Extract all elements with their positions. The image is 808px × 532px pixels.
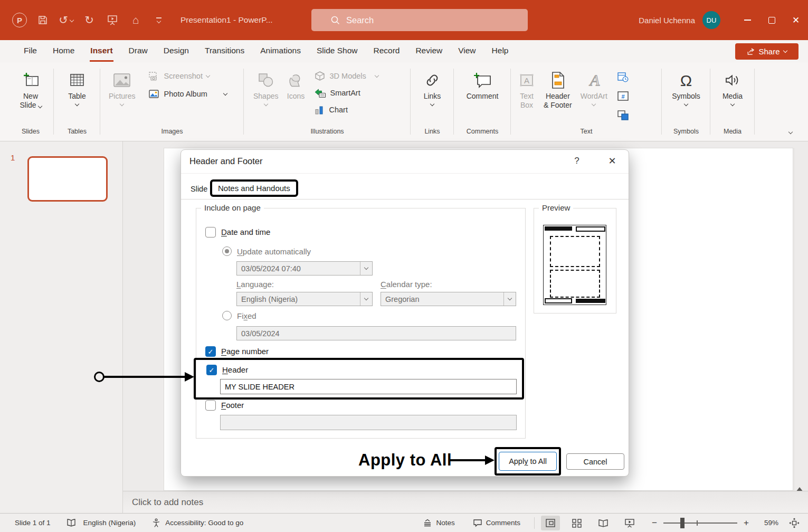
tab-design[interactable]: Design [156, 40, 197, 62]
insert-object-button[interactable] [614, 108, 632, 122]
fixed-date-input[interactable]: 03/05/2024 [236, 326, 516, 340]
dialog-title-divider [181, 173, 629, 174]
update-automatically-radio[interactable] [222, 246, 232, 256]
language-dropdown[interactable]: English (Nigeria) [236, 292, 373, 306]
ribbon-group-text: A Text Box Header & Footer A WordA [511, 62, 662, 141]
tab-file[interactable]: File [16, 40, 45, 62]
date-format-dropdown-icon[interactable] [360, 262, 372, 275]
dialog-help-button[interactable]: ? [571, 156, 583, 166]
language-dropdown-icon[interactable] [360, 292, 372, 306]
tab-notes-and-handouts[interactable]: Notes and Handouts [210, 179, 298, 197]
notes-toggle[interactable]: Notes [423, 519, 454, 527]
notes-pane[interactable]: Click to add notes [123, 491, 808, 513]
start-slideshow-icon[interactable] [102, 10, 122, 30]
customize-quick-access-icon[interactable] [149, 10, 169, 30]
table-button[interactable]: Table [66, 68, 88, 107]
powerpoint-logo-icon[interactable]: P [9, 10, 30, 30]
footer-text-input[interactable] [220, 415, 517, 430]
footer-checkbox[interactable] [205, 400, 216, 411]
smartart-icon [314, 88, 326, 98]
tab-draw[interactable]: Draw [121, 40, 156, 62]
wordart-button[interactable]: A WordArt [578, 68, 610, 107]
date-time-checkbox[interactable] [205, 227, 216, 238]
screenshot-button[interactable]: Screenshot [145, 69, 230, 83]
home-icon[interactable]: ⌂ [126, 10, 146, 30]
zoom-slider[interactable] [663, 522, 737, 524]
tab-help[interactable]: Help [484, 40, 517, 62]
redo-icon[interactable]: ↻ [79, 10, 99, 30]
zoom-in-button[interactable]: + [743, 518, 750, 528]
slide-counter[interactable]: Slide 1 of 1 [15, 519, 51, 527]
slide-number-button[interactable]: # [614, 89, 632, 103]
slideshow-view-button[interactable] [620, 516, 639, 530]
group-label-text: Text [511, 126, 662, 141]
symbols-button[interactable]: Ω Symbols [670, 68, 702, 107]
ribbon-tab-bar: File Home Insert Draw Design Transitions… [0, 40, 808, 62]
share-button[interactable]: Share [735, 43, 799, 60]
header-checkbox[interactable]: ✓ [206, 365, 217, 375]
spell-check-icon[interactable] [66, 518, 76, 527]
chart-icon [314, 105, 325, 115]
header-text-input[interactable]: MY SLIDE HEADER [220, 379, 517, 394]
dialog-close-button[interactable]: ✕ [605, 155, 619, 167]
status-language[interactable]: English (Nigeria) [83, 519, 136, 527]
save-icon[interactable] [33, 10, 53, 30]
tab-home[interactable]: Home [45, 40, 82, 62]
media-button[interactable]: Media [720, 68, 745, 107]
fit-slide-to-window-button[interactable] [785, 516, 804, 530]
undo-dropdown-icon[interactable] [70, 18, 74, 22]
text-box-button[interactable]: A Text Box [516, 68, 537, 111]
cancel-button[interactable]: Cancel [566, 453, 624, 470]
zoom-percentage[interactable]: 59% [757, 519, 778, 527]
collapse-ribbon-icon[interactable] [788, 130, 793, 134]
group-label-slides: Slides [7, 126, 54, 141]
normal-view-button[interactable] [541, 516, 560, 530]
tab-insert[interactable]: Insert [82, 40, 120, 62]
tab-slide-dialog[interactable]: Slide [188, 183, 210, 195]
date-format-dropdown[interactable]: 03/05/2024 07:40 [236, 261, 373, 276]
comments-toggle[interactable]: Comments [473, 519, 520, 527]
slide-thumbnail[interactable] [27, 156, 108, 202]
calendar-type-dropdown-icon[interactable] [503, 292, 516, 306]
undo-icon[interactable]: ↺ [56, 10, 76, 30]
maximize-button[interactable] [759, 0, 784, 40]
tab-record[interactable]: Record [365, 40, 407, 62]
svg-text:A: A [524, 76, 529, 85]
tab-slide-show[interactable]: Slide Show [309, 40, 366, 62]
notes-placeholder: Click to add notes [132, 497, 203, 508]
reading-view-button[interactable] [594, 516, 613, 530]
shapes-button[interactable]: Shapes [251, 68, 280, 107]
calendar-type-dropdown[interactable]: Gregorian [381, 292, 516, 306]
page-number-checkbox[interactable]: ✓ [205, 346, 216, 357]
icons-button[interactable]: Icons [284, 68, 307, 102]
links-button[interactable]: Links [421, 68, 444, 107]
apply-to-all-button[interactable]: Apply to All [499, 452, 557, 471]
close-button[interactable]: ✕ [784, 0, 808, 40]
search-input[interactable]: Search [311, 9, 528, 31]
user-name[interactable]: Daniel Uchenna [639, 16, 695, 25]
3d-models-button[interactable]: 3D Models [311, 69, 381, 83]
comment-button[interactable]: Comment [464, 68, 501, 102]
minimize-button[interactable] [735, 0, 759, 40]
fixed-radio[interactable] [222, 311, 232, 320]
new-slide-button[interactable]: New Slide [17, 68, 43, 111]
slide-sorter-view-button[interactable] [567, 516, 586, 530]
object-icon [617, 110, 629, 121]
smartart-button[interactable]: SmartArt [311, 86, 381, 100]
tab-review[interactable]: Review [407, 40, 450, 62]
pictures-button[interactable]: Pictures [107, 68, 138, 107]
date-time-button[interactable] [614, 70, 632, 84]
update-automatically-label: Update automatically [237, 247, 311, 256]
chart-button[interactable]: Chart [311, 102, 381, 117]
zoom-slider-thumb[interactable] [680, 518, 685, 528]
tab-transitions[interactable]: Transitions [197, 40, 252, 62]
accessibility-status[interactable]: Accessibility: Good to go [165, 519, 243, 527]
scrollbar-track[interactable] [794, 148, 794, 491]
photo-album-button[interactable]: Photo Album [145, 87, 230, 101]
wordart-dropdown-icon [592, 102, 596, 106]
tab-animations[interactable]: Animations [252, 40, 309, 62]
zoom-out-button[interactable]: − [651, 518, 658, 528]
avatar[interactable]: DU [702, 11, 720, 29]
header-footer-button[interactable]: Header & Footer [541, 68, 574, 111]
tab-view[interactable]: View [450, 40, 483, 62]
